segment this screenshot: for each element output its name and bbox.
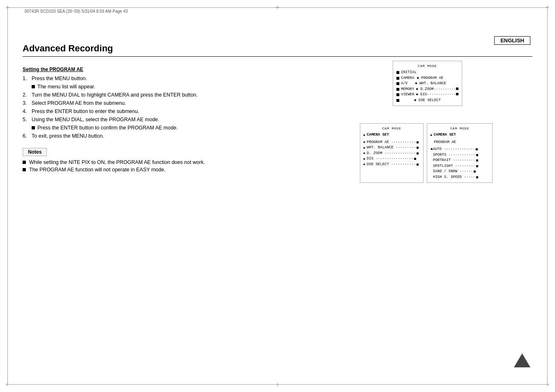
menu1-row-6: ◆ DSE SELECT — [396, 98, 458, 104]
step-1-num: 1. — [23, 76, 29, 81]
step-2-num: 2. — [23, 92, 29, 98]
notes-list: While setting the NITE PIX to ON, the PR… — [23, 159, 352, 173]
step-1-sub: The menu list will appear. — [32, 84, 352, 90]
menu3-title: CAM MODE — [431, 126, 489, 131]
menu-screenshot-2: CAM MODE ▶CAMERA SET ▶PROGRAM AE ·······… — [360, 123, 424, 183]
step-6: 6. To exit, press the MENU button. — [23, 133, 352, 139]
step-6-text: To exit, press the MENU button. — [32, 133, 104, 139]
menu3-row-7: SAND / SNOW ······ — [431, 169, 489, 175]
note-text-2: The PROGRAM AE function will not operate… — [29, 167, 166, 173]
step-5: 5. Using the MENU DIAL, select the PROGR… — [23, 117, 352, 122]
crosshair-mid-top — [274, 3, 282, 12]
step-4-num: 4. — [23, 108, 29, 114]
left-column: Setting the PROGRAM AE 1. Press the MENU… — [23, 61, 352, 183]
border-right — [547, 7, 548, 385]
bullet-icon-2 — [32, 126, 35, 129]
note-bullet-2 — [23, 168, 26, 171]
step-2-text: Turn the MENU DIAL to highlight CAMERA a… — [32, 92, 198, 98]
menu2-title: CAM MODE — [364, 126, 420, 131]
crosshair-top-left — [3, 3, 12, 12]
menu1-title: CAM MODE — [396, 64, 458, 69]
menu2-row-4: ▶D. ZOOM ·············· — [364, 151, 420, 157]
step-6-num: 6. — [23, 133, 29, 139]
page-number: 43 — [519, 374, 525, 380]
right-menus-row: CAM MODE ▶CAMERA SET ▶PROGRAM AE ·······… — [360, 123, 493, 183]
menu1-row-2: CAMERA◆ PROGRAM AE — [396, 76, 458, 81]
step-5-text: Using the MENU DIAL, select the PROGRAM … — [32, 117, 159, 122]
menu3-row-2: PROGRAM AE — [431, 140, 489, 145]
menu1-row-5: VIEWER◆ DIS············· — [396, 92, 458, 98]
crosshair-mid-bottom — [274, 380, 282, 389]
section-heading: Setting the PROGRAM AE — [23, 67, 352, 72]
border-left — [7, 7, 8, 385]
content-area: Advanced Recording Setting the PROGRAM A… — [23, 43, 532, 369]
note-item-2: The PROGRAM AE function will not operate… — [23, 167, 352, 173]
menu3-row-4: SPORTS ············ — [431, 152, 489, 158]
menu3-row-1: ▶CAMERA SET — [431, 132, 489, 138]
menu2-row-3: ▶WHT. BALANCE ········· — [364, 145, 420, 151]
menu2-row-1: ▶CAMERA SET — [364, 132, 420, 138]
menu2-row-5: ▶DIS ················· — [364, 156, 420, 162]
step-4-text: Press the ENTER button to enter the subm… — [32, 108, 139, 114]
notes-label: Notes — [23, 148, 47, 156]
menu3-row-5: PORTRAIT ·········· — [431, 158, 489, 164]
step-1-sub-text: The menu list will appear. — [37, 84, 95, 90]
main-layout: Setting the PROGRAM AE 1. Press the MENU… — [23, 61, 532, 183]
menu-screenshot-3: CAM MODE ▶CAMERA SET PROGRAM AE ◆AUTO ··… — [427, 123, 493, 183]
crosshair-top-right — [543, 3, 552, 12]
step-3-num: 3. — [23, 100, 29, 106]
note-text-1: While setting the NITE PIX to ON, the PR… — [29, 159, 205, 165]
page-triangle — [514, 353, 530, 367]
crosshair-bottom-left — [3, 380, 12, 389]
menu-screenshot-1: CAM MODE INITIAL CAMERA◆ PROGRAM AE A/V◆… — [393, 61, 462, 106]
step-1-text: Press the MENU button. — [32, 76, 87, 81]
right-column: CAM MODE INITIAL CAMERA◆ PROGRAM AE A/V◆… — [360, 61, 532, 183]
steps-list: 1. Press the MENU button. The menu list … — [23, 76, 352, 139]
bullet-icon — [32, 85, 35, 88]
step-5-sub: Press the ENTER button to confirm the PR… — [32, 125, 352, 131]
crosshair-bottom-right — [543, 380, 552, 389]
file-info: 00743R SCD103 SEA (28~59) 5/31/04 8:59 A… — [25, 9, 128, 14]
note-item-1: While setting the NITE PIX to ON, the PR… — [23, 159, 352, 165]
step-5-sub-text: Press the ENTER button to confirm the PR… — [37, 125, 178, 131]
note-bullet-1 — [23, 161, 26, 164]
menu2-row-2: ▶PROGRAM AE ··········· — [364, 140, 420, 145]
menu1-row-4: MEMORY◆ D.ZOOM·········· — [396, 87, 458, 92]
step-5-num: 5. — [23, 117, 29, 122]
step-3: 3. Select PROGRAM AE from the submenu. — [23, 100, 352, 106]
menu1-row-1: INITIAL — [396, 70, 458, 76]
menu1-row-3: A/V◆ WHT. BALANCE — [396, 81, 458, 87]
step-4: 4. Press the ENTER button to enter the s… — [23, 108, 352, 114]
notes-section: Notes While setting the NITE PIX to ON, … — [23, 148, 352, 173]
step-3-text: Select PROGRAM AE from the submenu. — [32, 100, 126, 106]
page-number-container: 43 — [514, 353, 530, 367]
menu2-row-6: ▶DSE SELECT ··········· — [364, 162, 420, 168]
step-2: 2. Turn the MENU DIAL to highlight CAMER… — [23, 92, 352, 98]
page-title: Advanced Recording — [23, 43, 532, 57]
menu3-row-6: SPOTLIGHT ········· — [431, 164, 489, 169]
menu3-row-3: ◆AUTO ·············· — [431, 147, 489, 152]
step-1: 1. Press the MENU button. — [23, 76, 352, 81]
menu3-row-8: HIGH S. SPEED ····· — [431, 175, 489, 180]
